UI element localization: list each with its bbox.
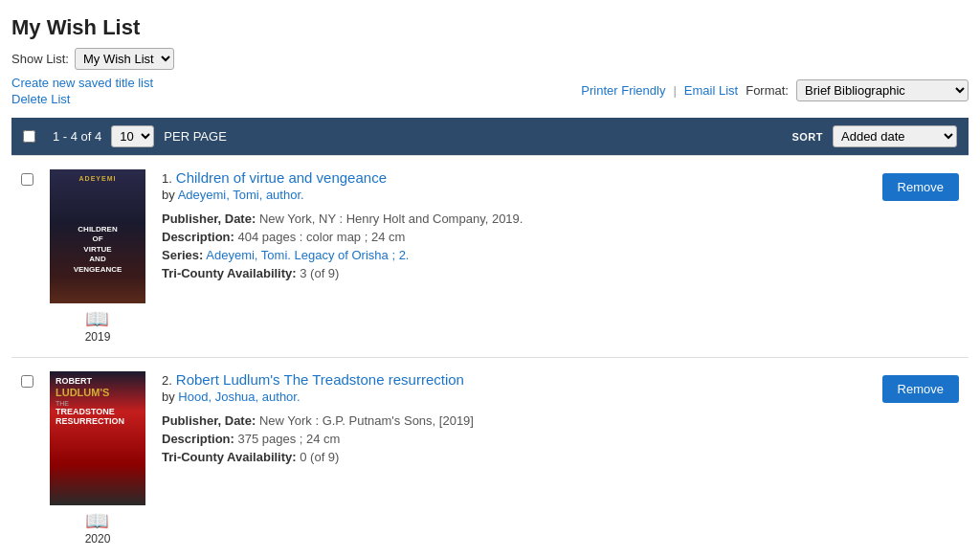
format-select[interactable]: Brief Bibliographic Full Bibliographic M… [796,79,969,101]
remove-button[interactable]: Remove [882,173,959,201]
result-title-line: 1. Children of virtue and vengeance [162,169,871,186]
count-text: 1 - 4 of 4 [53,129,101,144]
book-cover-image: ROBERT LUDLUM'S THE TREADSTONE RESURRECT… [50,371,145,505]
list-item: ADEYEMI CHILDRENOFVIRTUEANDVENGEANCE 📖 2… [11,156,969,358]
book-icon-year: 📖 2019 [85,307,111,344]
result-details: 1. Children of virtue and vengeance by A… [162,169,871,284]
show-list-select[interactable]: My Wish List [75,48,174,70]
book-icon: 📖 [85,307,109,330]
printer-friendly-link[interactable]: Printer Friendly [581,83,665,98]
actions-left: Create new saved title list Delete List [11,76,153,106]
email-list-link[interactable]: Email List [684,83,738,98]
remove-button[interactable]: Remove [882,375,959,403]
book-icon: 📖 [85,509,109,532]
book-cover-col: ROBERT LUDLUM'S THE TREADSTONE RESURRECT… [45,371,150,546]
per-page-label: PER PAGE [164,129,227,144]
description-field: Description: 404 pages : color map ; 24 … [162,230,871,244]
actions-right: Printer Friendly | Email List Format: Br… [581,79,969,101]
item-checkbox[interactable] [21,173,33,186]
list-item: ROBERT LUDLUM'S THE TREADSTONE RESURRECT… [11,358,969,557]
publisher-field: Publisher, Date: New York, NY : Henry Ho… [162,212,871,226]
description-field: Description: 375 pages ; 24 cm [162,432,871,446]
remove-col: Remove [882,371,959,403]
show-list-row: Show List: My Wish List [11,48,969,70]
author-link[interactable]: Hood, Joshua, author. [178,390,300,404]
result-title-line: 2. Robert Ludlum's The Treadstone resurr… [162,371,871,388]
publisher-field: Publisher, Date: New York : G.P. Putnam'… [162,413,871,428]
availability-field: Tri-County Availability: 3 (of 9) [162,266,871,280]
sort-label: SORT [791,131,823,143]
page-title: My Wish List [11,15,969,40]
result-author: by Adeyemi, Tomi, author. [162,188,871,202]
result-details: 2. Robert Ludlum's The Treadstone resurr… [162,371,871,468]
author-link[interactable]: Adeyemi, Tomi, author. [178,188,304,202]
page-wrapper: My Wish List Show List: My Wish List Cre… [0,0,980,557]
year-text: 2019 [85,330,111,344]
result-title-link[interactable]: Children of virtue and vengeance [176,169,387,186]
book-cover-col: ADEYEMI CHILDRENOFVIRTUEANDVENGEANCE 📖 2… [45,169,150,344]
result-number: 1. [162,171,172,186]
availability-field: Tri-County Availability: 0 (of 9) [162,450,871,464]
results-list: ADEYEMI CHILDRENOFVIRTUEANDVENGEANCE 📖 2… [11,155,969,557]
actions-row: Create new saved title list Delete List … [11,76,969,106]
show-list-label: Show List: [11,52,69,66]
series-field: Series: Adeyemi, Tomi. Legacy of Orisha … [162,248,871,262]
series-link[interactable]: Adeyemi, Tomi. Legacy of Orisha ; 2. [206,248,409,262]
remove-col: Remove [882,169,959,201]
sort-select[interactable]: Added date Title Author Date [833,125,957,147]
format-label: Format: [746,83,789,98]
create-new-list-link[interactable]: Create new saved title list [11,76,153,90]
book-icon-year: 📖 2020 [85,509,111,546]
select-all-checkbox[interactable] [23,130,35,143]
per-page-select[interactable]: 10 25 50 [111,125,154,147]
separator: | [673,83,676,98]
item-checkbox[interactable] [21,375,33,388]
delete-list-link[interactable]: Delete List [11,92,153,106]
year-text: 2020 [85,532,111,546]
result-author: by Hood, Joshua, author. [162,390,871,404]
toolbar-bar: 1 - 4 of 4 10 25 50 PER PAGE SORT Added … [11,118,969,155]
book-cover-image: ADEYEMI CHILDRENOFVIRTUEANDVENGEANCE [50,169,145,303]
result-number: 2. [162,373,172,388]
result-title-link[interactable]: Robert Ludlum's The Treadstone resurrect… [176,371,464,388]
